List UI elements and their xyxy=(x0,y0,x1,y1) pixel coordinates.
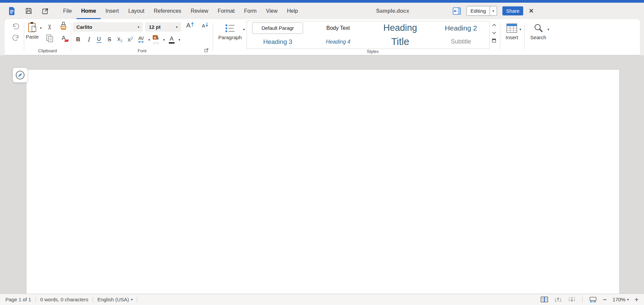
bold-button[interactable]: B xyxy=(73,35,83,45)
document-title: Sample.docx xyxy=(361,3,425,19)
fit-width-icon[interactable] xyxy=(589,296,597,303)
separator xyxy=(36,297,36,302)
zoom-level-selector[interactable]: 170% ▾ xyxy=(612,297,629,302)
insert-table-button[interactable]: Insert ▾ xyxy=(505,22,521,40)
tab-form[interactable]: Form xyxy=(239,3,261,19)
style-default-paragraph[interactable]: Default Paragr xyxy=(247,21,308,35)
sidebar-toggle-icon[interactable] xyxy=(452,6,461,16)
document-area xyxy=(0,55,644,294)
language-selector[interactable]: English (USA) ▾ xyxy=(97,297,133,302)
clipboard-group-label: Clipboard xyxy=(26,48,69,55)
editing-mode-button[interactable]: Editing ▾ xyxy=(466,6,497,16)
style-heading[interactable]: Heading xyxy=(368,21,432,35)
close-icon[interactable]: ✕ xyxy=(529,8,534,14)
chevron-down-icon[interactable] xyxy=(491,30,497,36)
paste-button[interactable]: Paste ▾ xyxy=(26,21,42,40)
chevron-down-icon[interactable]: ▾ xyxy=(147,35,151,45)
paragraph-button[interactable]: Paragraph ▾ xyxy=(218,22,245,40)
arrow-up-icon xyxy=(191,22,194,27)
clone-formatting-icon[interactable] xyxy=(58,22,69,32)
grow-font-button[interactable]: A xyxy=(184,22,196,32)
chevron-down-icon[interactable]: ▾ xyxy=(176,25,178,29)
tab-home[interactable]: Home xyxy=(77,3,101,19)
tab-view[interactable]: View xyxy=(261,3,282,19)
document-page[interactable] xyxy=(26,69,620,294)
style-subtitle[interactable]: Subtitle xyxy=(432,35,489,49)
highlight-color-button[interactable]: ab ✎ xyxy=(151,35,161,45)
application-window: File Home Insert Layout References Revie… xyxy=(0,0,644,305)
style-title[interactable]: Title xyxy=(368,35,432,49)
multi-page-view-icon[interactable] xyxy=(540,296,548,303)
redo-button[interactable] xyxy=(9,34,22,43)
paragraph-label: Paragraph xyxy=(218,35,242,40)
underline-button[interactable]: U xyxy=(94,35,104,45)
chevron-down-icon[interactable]: ▾ xyxy=(548,27,549,31)
undo-button[interactable] xyxy=(9,22,22,32)
separator xyxy=(71,23,71,51)
ribbon-tabs: File Home Insert Layout References Revie… xyxy=(58,3,303,19)
chevron-down-icon[interactable]: ▾ xyxy=(40,26,42,30)
page-count[interactable]: Page 1 of 1 xyxy=(5,297,31,302)
ribbon-row: Paste ▾ ✂ xyxy=(0,19,644,55)
tab-help[interactable]: Help xyxy=(282,3,303,19)
open-in-new-window-icon[interactable] xyxy=(41,6,50,16)
tab-format[interactable]: Format xyxy=(213,3,240,19)
tab-insert[interactable]: Insert xyxy=(101,3,123,19)
separator xyxy=(213,23,213,51)
chevron-down-icon[interactable]: ▾ xyxy=(490,6,497,15)
page-down-view-icon[interactable] xyxy=(568,296,576,303)
style-heading-3[interactable]: Heading 3 xyxy=(247,35,308,49)
language-label: English (USA) xyxy=(97,297,129,302)
style-heading-4[interactable]: Heading 4 xyxy=(308,35,368,49)
styles-gallery-scroll xyxy=(490,21,498,44)
status-bar: Page 1 of 1 0 words, 0 characters Englis… xyxy=(0,294,644,305)
zoom-in-button[interactable]: + xyxy=(635,296,639,303)
character-spacing-button[interactable]: AV xyxy=(135,35,147,45)
shrink-font-button[interactable]: A xyxy=(199,22,211,32)
word-count[interactable]: 0 words, 0 characters xyxy=(40,297,88,302)
superscript-button[interactable]: X2 xyxy=(125,35,135,45)
share-button[interactable]: Share xyxy=(502,6,523,15)
cut-icon[interactable]: ✂ xyxy=(45,21,54,32)
tab-review[interactable]: Review xyxy=(186,3,213,19)
font-name-combobox[interactable]: Carlito ▾ xyxy=(73,22,143,32)
style-body-text[interactable]: Body Text xyxy=(308,21,368,35)
subscript-button[interactable]: X2 xyxy=(114,35,125,45)
tab-references[interactable]: References xyxy=(149,3,186,19)
search-label: Search xyxy=(530,35,546,40)
zoom-out-button[interactable]: − xyxy=(603,296,607,303)
menu-bar: File Home Insert Layout References Revie… xyxy=(0,3,644,19)
font-size-combobox[interactable]: 12 pt ▾ xyxy=(145,22,181,32)
tab-layout[interactable]: Layout xyxy=(123,3,149,19)
pencil-icon: ✎ xyxy=(155,36,159,41)
search-group: Search ▾ xyxy=(526,21,551,55)
font-group-label: Font xyxy=(73,48,211,55)
styles-group: Default Paragr Body Text Heading Heading… xyxy=(247,21,498,55)
navigator-button[interactable] xyxy=(13,68,28,82)
font-dialog-launcher-icon[interactable] xyxy=(204,48,208,54)
separator xyxy=(500,23,500,51)
strikethrough-button[interactable]: S xyxy=(104,35,114,45)
zoom-level-value: 170% xyxy=(612,297,625,302)
page-up-view-icon[interactable] xyxy=(554,296,562,303)
tab-file[interactable]: File xyxy=(58,3,77,19)
separator xyxy=(93,297,93,302)
chevron-down-icon[interactable]: ▾ xyxy=(519,27,521,31)
copy-icon[interactable] xyxy=(44,34,55,43)
chevron-down-icon[interactable]: ▾ xyxy=(177,35,182,45)
font-color-button[interactable]: A xyxy=(166,35,177,45)
left-right-arrow-icon xyxy=(138,41,144,43)
top-brand-strip xyxy=(0,0,644,3)
styles-expand-icon[interactable] xyxy=(491,38,497,44)
style-heading-2[interactable]: Heading 2 xyxy=(432,21,489,35)
quick-access-icons xyxy=(0,3,50,19)
clear-formatting-icon[interactable]: A xyxy=(58,34,69,43)
italic-button[interactable]: I xyxy=(83,35,94,45)
chevron-down-icon[interactable]: ▾ xyxy=(243,27,245,31)
chevron-up-icon[interactable] xyxy=(491,22,497,28)
search-button[interactable]: Search ▾ xyxy=(530,22,549,40)
chevron-down-icon[interactable]: ▾ xyxy=(138,25,139,29)
save-icon[interactable] xyxy=(24,6,33,16)
ribbon: Paste ▾ ✂ xyxy=(5,19,640,55)
chevron-down-icon[interactable]: ▾ xyxy=(161,35,166,45)
